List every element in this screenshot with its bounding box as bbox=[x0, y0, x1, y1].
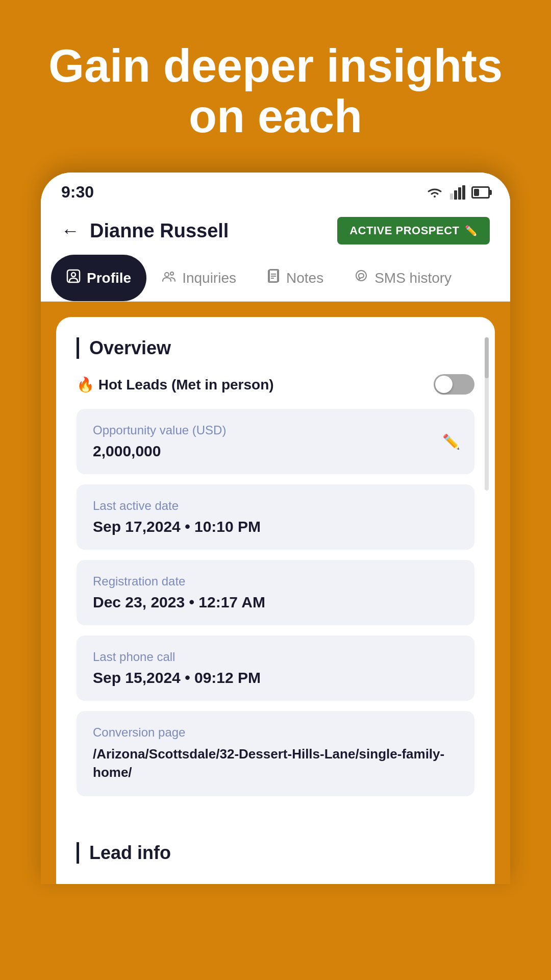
profile-icon bbox=[66, 269, 81, 287]
wifi-icon bbox=[425, 185, 444, 200]
tab-notes[interactable]: Notes bbox=[252, 255, 339, 301]
overview-section-title: Overview bbox=[77, 337, 474, 359]
lead-info-title: Lead info bbox=[77, 842, 474, 864]
svg-point-13 bbox=[356, 271, 366, 281]
last-active-date-value: Sep 17,2024 • 10:10 PM bbox=[93, 518, 458, 535]
opportunity-value-label: Opportunity value (USD) bbox=[93, 423, 458, 437]
svg-rect-2 bbox=[458, 187, 461, 200]
last-active-date-field: Last active date Sep 17,2024 • 10:10 PM bbox=[77, 484, 474, 550]
inquiries-icon bbox=[162, 269, 176, 287]
tab-inquiries-label: Inquiries bbox=[182, 270, 236, 286]
tab-sms[interactable]: SMS history bbox=[339, 255, 467, 301]
toggle-knob bbox=[435, 376, 453, 393]
svg-point-6 bbox=[165, 273, 169, 277]
svg-point-7 bbox=[170, 272, 173, 275]
opportunity-value: 2,000,000 bbox=[93, 443, 458, 460]
status-badge-label: ACTIVE PROSPECT bbox=[349, 224, 459, 237]
registration-date-field: Registration date Dec 23, 2023 • 12:17 A… bbox=[77, 560, 474, 625]
content-card: Overview 🔥 Hot Leads (Met in person) Opp… bbox=[56, 317, 495, 827]
scrollbar-thumb bbox=[485, 337, 489, 378]
phone-container: 9:30 bbox=[0, 173, 551, 884]
battery-icon bbox=[471, 186, 490, 199]
edit-icon: ✏️ bbox=[465, 225, 478, 237]
svg-point-5 bbox=[71, 273, 76, 277]
scrollbar-track[interactable] bbox=[485, 337, 489, 491]
conversion-page-field: Conversion page /Arizona/Scottsdale/32-D… bbox=[77, 711, 474, 796]
tab-profile-label: Profile bbox=[87, 270, 131, 286]
contact-name: Dianne Russell bbox=[90, 220, 327, 242]
tab-profile[interactable]: Profile bbox=[51, 255, 146, 301]
svg-rect-3 bbox=[462, 185, 465, 200]
registration-date-value: Dec 23, 2023 • 12:17 AM bbox=[93, 594, 458, 611]
conversion-page-label: Conversion page bbox=[93, 725, 458, 740]
last-phone-call-field: Last phone call Sep 15,2024 • 09:12 PM bbox=[77, 635, 474, 701]
app-header: ← Dianne Russell ACTIVE PROSPECT ✏️ bbox=[41, 207, 510, 255]
opportunity-edit-icon[interactable]: ✏️ bbox=[442, 433, 460, 450]
main-content: Overview 🔥 Hot Leads (Met in person) Opp… bbox=[41, 302, 510, 884]
last-phone-call-label: Last phone call bbox=[93, 650, 458, 664]
last-phone-call-value: Sep 15,2024 • 09:12 PM bbox=[93, 669, 458, 687]
status-time: 9:30 bbox=[61, 183, 94, 202]
tab-notes-label: Notes bbox=[286, 270, 323, 286]
conversion-page-value: /Arizona/Scottsdale/32-Dessert-Hills-Lan… bbox=[93, 745, 458, 782]
back-button[interactable]: ← bbox=[61, 220, 80, 241]
opportunity-value-field: Opportunity value (USD) 2,000,000 ✏️ bbox=[77, 409, 474, 474]
hero-title: Gain deeper insights on each bbox=[31, 41, 520, 142]
phone-frame: 9:30 bbox=[41, 173, 510, 884]
hot-leads-row: 🔥 Hot Leads (Met in person) bbox=[77, 374, 474, 395]
notes-icon bbox=[267, 269, 280, 287]
sms-icon bbox=[354, 269, 368, 287]
status-icons bbox=[425, 185, 490, 200]
svg-rect-0 bbox=[450, 193, 453, 200]
lead-info-section: Lead info bbox=[56, 827, 495, 884]
svg-rect-1 bbox=[454, 190, 457, 200]
tab-inquiries[interactable]: Inquiries bbox=[146, 255, 252, 301]
tab-bar: Profile Inquiries bbox=[41, 255, 510, 302]
status-bar: 9:30 bbox=[41, 173, 510, 207]
hero-section: Gain deeper insights on each bbox=[0, 0, 551, 142]
tab-sms-label: SMS history bbox=[374, 270, 452, 286]
hot-leads-toggle[interactable] bbox=[434, 374, 474, 395]
status-badge[interactable]: ACTIVE PROSPECT ✏️ bbox=[337, 217, 490, 244]
signal-icon bbox=[450, 185, 465, 200]
registration-date-label: Registration date bbox=[93, 574, 458, 589]
hot-leads-label: 🔥 Hot Leads (Met in person) bbox=[77, 376, 274, 393]
last-active-date-label: Last active date bbox=[93, 499, 458, 513]
